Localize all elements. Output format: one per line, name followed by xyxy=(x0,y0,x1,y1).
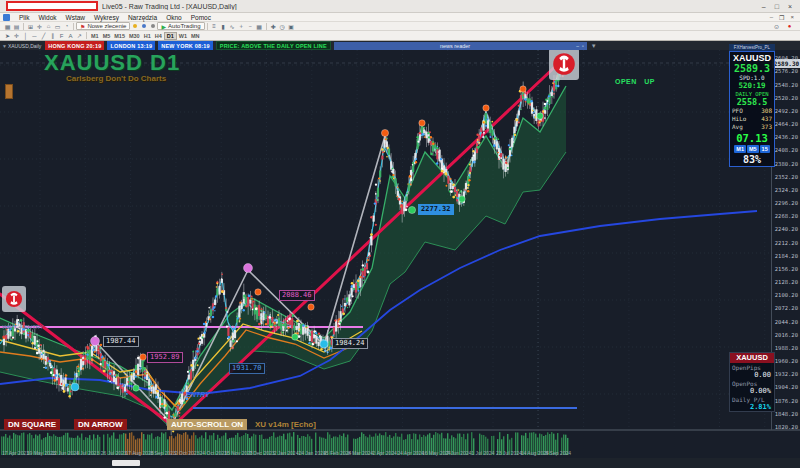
daily-pl-value: 2.81% xyxy=(730,403,774,411)
dn-arrow-badge[interactable]: DN ARROW xyxy=(74,419,127,430)
market-watch-button[interactable]: ⊞ xyxy=(26,22,35,30)
panel-price: 2589.3 xyxy=(732,63,772,74)
arrange-windows-button[interactable]: ▦ xyxy=(255,22,264,30)
templates-button[interactable]: ▣ xyxy=(287,22,296,30)
toolbar-mini-icon-1[interactable] xyxy=(139,22,148,30)
text-tool[interactable]: A xyxy=(66,32,75,40)
price-tick: 1988.20 xyxy=(775,345,798,351)
price-callout-label: 2277.32 xyxy=(418,204,454,215)
date-tick: 24 Jan 2024 xyxy=(298,450,326,456)
toolbar-mini-icon-0[interactable] xyxy=(130,22,139,30)
price-tick: 2240.20 xyxy=(775,226,798,232)
date-tick: 24 Oct 2023 xyxy=(200,450,227,456)
time-axis[interactable]: 17 Apr 202319 May 202312 Jun 20234 Jul 2… xyxy=(0,450,800,458)
child-minimize-button[interactable]: – xyxy=(770,14,773,21)
horizontal-line-tool[interactable]: ─ xyxy=(30,32,39,40)
tf-m5[interactable]: M5 xyxy=(101,32,113,40)
price-scale[interactable]: 2589.30 2632.202604.202576.202548.202520… xyxy=(771,41,800,430)
tf-m15[interactable]: M15 xyxy=(112,32,127,40)
periods-button[interactable]: ◷ xyxy=(278,22,287,30)
open-up-signal-label: OPEN UP xyxy=(615,78,655,85)
chart-window[interactable]: ▼ XAUUSD,Daily HONG KONG 20:19LONDON 13:… xyxy=(0,41,800,468)
price-tick: 2464.20 xyxy=(775,121,798,127)
search-icon[interactable]: ⊙ xyxy=(772,22,781,30)
scrollbar-thumb[interactable] xyxy=(112,460,140,466)
tf-w1[interactable]: W1 xyxy=(177,32,189,40)
fibonacci-tool[interactable]: F xyxy=(57,32,66,40)
price-callout-label: 1987.44 xyxy=(103,336,139,347)
notification-icon[interactable]: ● xyxy=(785,22,794,30)
new-order-button[interactable]: ⚑Nowe zlecenie xyxy=(76,22,130,30)
panel-daily-open-value: 2558.5 xyxy=(732,97,772,107)
menu-pomoc[interactable]: Pomoc xyxy=(191,14,211,21)
autotrading-button[interactable]: ▶AutoTrading xyxy=(157,22,204,30)
price-callout-label: 1952.89 xyxy=(147,352,183,363)
news-reader-title: news reader xyxy=(334,43,576,49)
session-strip: ▼ XAUUSD,Daily HONG KONG 20:19LONDON 13:… xyxy=(0,41,800,50)
navigator-button[interactable]: ⌂ xyxy=(44,22,53,30)
tf-d1[interactable]: D1 xyxy=(164,32,177,40)
tf-m30[interactable]: M30 xyxy=(127,32,142,40)
menu-narzędzia[interactable]: Narzędzia xyxy=(128,14,157,21)
menu-wykresy[interactable]: Wykresy xyxy=(94,14,119,21)
channel-tool[interactable]: ∥ xyxy=(48,32,57,40)
date-tick: 2 Oct 2023 xyxy=(175,450,199,456)
entry-line-label: ENTRY xyxy=(186,391,210,398)
line-chart-button[interactable]: ∿ xyxy=(228,22,237,30)
tf-h4[interactable]: H4 xyxy=(153,32,164,40)
maximize-button[interactable]: □ xyxy=(775,3,779,10)
chevron-down-icon[interactable]: ▼ xyxy=(2,43,7,49)
terminal-button[interactable]: ▭ xyxy=(53,22,62,30)
menu-plik[interactable]: Plik xyxy=(19,14,29,21)
panel-percent: 83% xyxy=(732,154,772,165)
new-chart-button[interactable]: ▦ xyxy=(3,22,12,30)
child-close-button[interactable]: × xyxy=(790,14,794,21)
price-callout-label: 1984.24 xyxy=(332,338,368,349)
menu-widok[interactable]: Widok xyxy=(38,14,56,21)
autoscroll-badge[interactable]: AUTO-SCROLL ON xyxy=(167,419,247,430)
arrows-tool[interactable]: ↗ xyxy=(75,32,84,40)
session-badge-1: LONDON 13:19 xyxy=(107,41,155,50)
price-tick: 1876.20 xyxy=(775,398,798,404)
strategy-tester-button[interactable]: ◔ xyxy=(62,22,71,30)
minimize-button[interactable]: – xyxy=(762,3,766,10)
tf-m1[interactable]: M1 xyxy=(89,32,101,40)
dn-square-badge[interactable]: DN SQUARE xyxy=(4,419,60,430)
indicators-button[interactable]: ✚ xyxy=(269,22,278,30)
data-window-button[interactable]: ✛ xyxy=(35,22,44,30)
menu-wstaw[interactable]: Wstaw xyxy=(66,14,86,21)
panel-tf-m5[interactable]: M5 xyxy=(747,145,759,153)
price-tick: 2016.20 xyxy=(775,332,798,338)
close-button[interactable]: × xyxy=(788,3,792,10)
vertical-line-tool[interactable]: │ xyxy=(21,32,30,40)
toolbar-mini-icon-2[interactable] xyxy=(148,22,157,30)
profiles-button[interactable]: ▤ xyxy=(12,22,21,30)
zoom-out-button[interactable]: － xyxy=(246,22,255,30)
panel-tf-m1[interactable]: M1 xyxy=(734,145,746,153)
chart-tab-label[interactable]: XAUUSD,Daily xyxy=(8,43,41,49)
news-minimize-icon[interactable]: – xyxy=(576,43,579,49)
tf-mn[interactable]: MN xyxy=(189,32,202,40)
date-tick: 8 Sep 2023 xyxy=(150,450,176,456)
panel-tf-15[interactable]: 15 xyxy=(760,145,770,153)
tf-h1[interactable]: H1 xyxy=(142,32,153,40)
bottom-scrollbar[interactable] xyxy=(0,458,800,468)
menu-okno[interactable]: Okno xyxy=(166,14,182,21)
date-tick: 1 Jul 2024 xyxy=(471,450,494,456)
trendline-tool[interactable]: ╱ xyxy=(39,32,48,40)
session-badge-0: HONG KONG 20:19 xyxy=(45,41,104,50)
cursor-tool[interactable]: ➤ xyxy=(3,32,12,40)
bar-chart-button[interactable]: ≡ xyxy=(210,22,219,30)
crosshair-tool[interactable]: ✛ xyxy=(12,32,21,40)
child-restore-button[interactable]: ❐ xyxy=(779,14,784,21)
price-tick: 2492.20 xyxy=(775,108,798,114)
zoom-in-button[interactable]: ＋ xyxy=(237,22,246,30)
news-reader-titlebar[interactable]: news reader – ▫ xyxy=(334,42,587,50)
news-restore-icon[interactable]: ▫ xyxy=(582,43,584,49)
price-tick: 2604.20 xyxy=(775,55,798,61)
price-chart[interactable] xyxy=(0,41,800,468)
chart-shift-marker[interactable]: ▼ xyxy=(591,43,597,49)
price-tick: 2268.20 xyxy=(775,213,798,219)
candlestick-chart-button[interactable]: ▮ xyxy=(219,22,228,30)
price-tick: 2520.20 xyxy=(775,95,798,101)
